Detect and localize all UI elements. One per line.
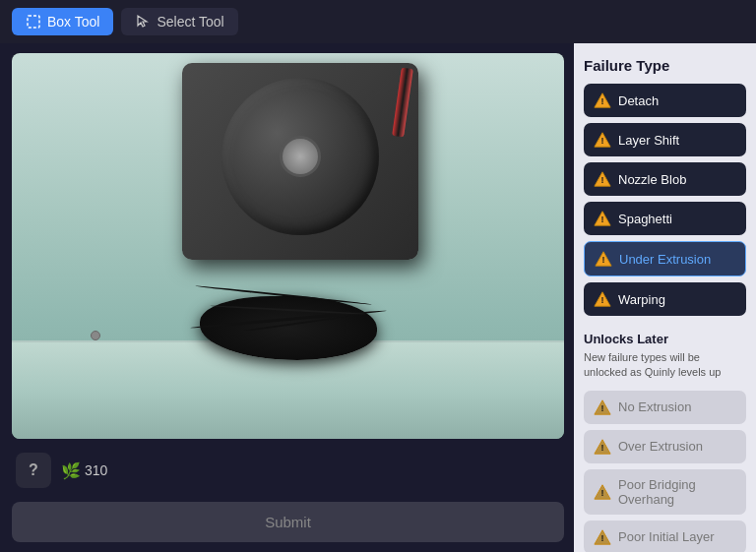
svg-rect-0 <box>28 16 39 28</box>
bolt <box>91 331 100 340</box>
svg-text:!: ! <box>601 443 604 453</box>
svg-text:!: ! <box>601 533 604 543</box>
locked-label: Over Extrusion <box>618 439 703 454</box>
warning-icon: ! <box>594 92 611 109</box>
score-value: 310 <box>85 462 107 478</box>
strands-container <box>180 281 397 331</box>
unlocks-section: Unlocks Later New failure types will be … <box>584 332 746 552</box>
failure-btn-warping[interactable]: ! Warping <box>584 282 746 316</box>
failure-btn-nozzle-blob[interactable]: ! Nozzle Blob <box>584 162 746 196</box>
warning-icon: ! <box>595 250 612 268</box>
select-tool-label: Select Tool <box>157 14 223 30</box>
failure-label: Nozzle Blob <box>618 172 686 187</box>
box-tool-icon <box>26 14 41 30</box>
failure-btn-detach[interactable]: ! Detach <box>584 84 746 117</box>
submit-button[interactable]: Submit <box>12 502 564 542</box>
locked-label: No Extrusion <box>618 399 691 414</box>
svg-text:!: ! <box>601 488 604 498</box>
warning-icon: ! <box>594 131 611 149</box>
score-display: 🌿 310 <box>61 461 107 480</box>
svg-text:!: ! <box>601 296 604 306</box>
strand-2 <box>210 305 367 315</box>
right-panel: Failure Type ! Detach ! Layer Shift ! No… <box>574 43 756 552</box>
select-tool-icon <box>135 14 151 30</box>
box-tool-label: Box Tool <box>47 14 99 30</box>
submit-label: Submit <box>265 514 311 530</box>
locked-btn-poor-bridging-overhang: ! Poor Bridging Overhang <box>584 469 746 515</box>
box-tool-button[interactable]: Box Tool <box>12 8 113 35</box>
main-content: ? 🌿 310 Submit Failure Type ! Detach ! L… <box>0 43 756 552</box>
printer-body <box>182 63 418 260</box>
failure-label: Detach <box>618 93 659 108</box>
strand-4 <box>195 285 371 306</box>
score-icon: 🌿 <box>61 461 81 480</box>
failure-btn-spaghetti[interactable]: ! Spaghetti <box>584 202 746 235</box>
printer-image-container <box>12 53 564 439</box>
warning-icon: ! <box>594 170 611 188</box>
svg-text:!: ! <box>601 403 604 413</box>
help-icon: ? <box>29 461 38 479</box>
failure-label: Warping <box>618 292 665 307</box>
warning-icon: ! <box>594 399 611 416</box>
help-button[interactable]: ? <box>16 453 51 488</box>
filament-mess <box>160 262 416 360</box>
left-panel: ? 🌿 310 Submit <box>0 43 574 552</box>
svg-text:!: ! <box>601 137 604 147</box>
fan-hub <box>280 136 321 177</box>
failure-btn-under-extrusion[interactable]: ! Under Extrusion <box>584 241 746 276</box>
toolbar: Box Tool Select Tool <box>0 0 756 43</box>
fan-circle <box>221 78 379 235</box>
svg-text:!: ! <box>601 215 604 225</box>
select-tool-button[interactable]: Select Tool <box>121 8 237 35</box>
locked-btn-no-extrusion: ! No Extrusion <box>584 391 746 424</box>
svg-text:!: ! <box>602 256 605 266</box>
printer-scene <box>12 53 564 439</box>
bottom-bar: ? 🌿 310 <box>12 449 564 492</box>
warning-icon: ! <box>594 210 611 227</box>
failure-label: Under Extrusion <box>619 252 711 267</box>
failure-type-list: ! Detach ! Layer Shift ! Nozzle Blob ! S… <box>584 84 746 316</box>
failure-btn-layer-shift[interactable]: ! Layer Shift <box>584 123 746 156</box>
failure-label: Spaghetti <box>618 212 672 226</box>
locked-btn-poor-initial-layer: ! Poor Initial Layer <box>584 521 746 552</box>
failure-type-title: Failure Type <box>584 57 746 74</box>
locked-type-list: ! No Extrusion ! Over Extrusion ! Poor B… <box>584 391 746 552</box>
warning-icon: ! <box>594 290 611 308</box>
warning-icon: ! <box>594 438 611 456</box>
unlocks-desc: New failure types will be unlocked as Qu… <box>584 350 746 381</box>
locked-btn-over-extrusion: ! Over Extrusion <box>584 430 746 463</box>
warning-icon: ! <box>594 483 611 501</box>
locked-label: Poor Initial Layer <box>618 529 715 544</box>
cables-red <box>392 68 413 138</box>
unlocks-title: Unlocks Later <box>584 332 746 346</box>
svg-text:!: ! <box>601 176 604 186</box>
locked-label: Poor Bridging Overhang <box>618 477 736 507</box>
warning-icon: ! <box>594 528 611 546</box>
svg-text:!: ! <box>601 97 604 107</box>
failure-label: Layer Shift <box>618 133 679 148</box>
